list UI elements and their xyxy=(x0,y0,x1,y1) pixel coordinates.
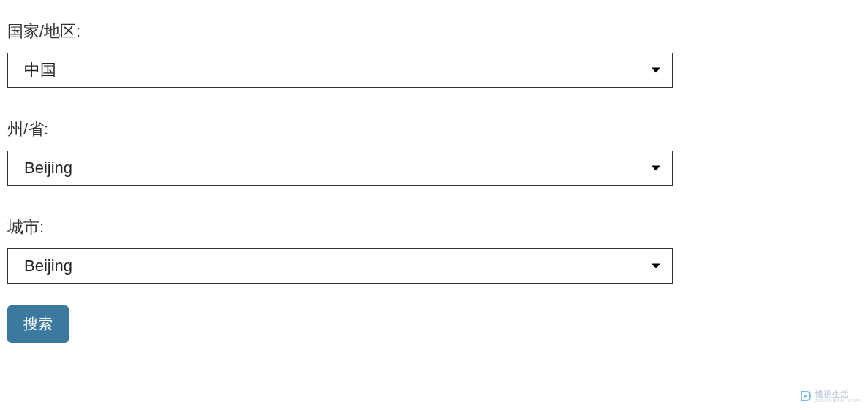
country-select-value: 中国 xyxy=(8,59,672,81)
caret-down-icon xyxy=(652,264,660,269)
city-label: 城市: xyxy=(7,216,673,238)
city-select-value: Beijing xyxy=(8,257,672,276)
city-select[interactable]: Beijing xyxy=(7,248,673,284)
province-field-group: 州/省: Beijing xyxy=(7,118,673,186)
watermark-logo-icon xyxy=(799,390,812,403)
watermark-subtext: SIDONGSHI.COM xyxy=(815,398,861,403)
watermark-text-stack: 懂视生活 SIDONGSHI.COM xyxy=(815,390,861,403)
country-field-group: 国家/地区: 中国 xyxy=(7,20,673,88)
province-select[interactable]: Beijing xyxy=(7,151,673,186)
country-select[interactable]: 中国 xyxy=(7,53,673,88)
province-select-value: Beijing xyxy=(8,159,672,178)
location-search-form: 国家/地区: 中国 州/省: Beijing 城市: Beijing 搜索 xyxy=(7,20,673,343)
watermark-text: 懂视生活 xyxy=(815,390,849,398)
province-label: 州/省: xyxy=(7,118,673,140)
caret-down-icon xyxy=(652,68,660,73)
watermark: 懂视生活 SIDONGSHI.COM xyxy=(799,390,861,403)
caret-down-icon xyxy=(652,166,660,171)
city-field-group: 城市: Beijing xyxy=(7,216,673,284)
search-button[interactable]: 搜索 xyxy=(7,305,69,343)
country-label: 国家/地区: xyxy=(7,20,673,42)
